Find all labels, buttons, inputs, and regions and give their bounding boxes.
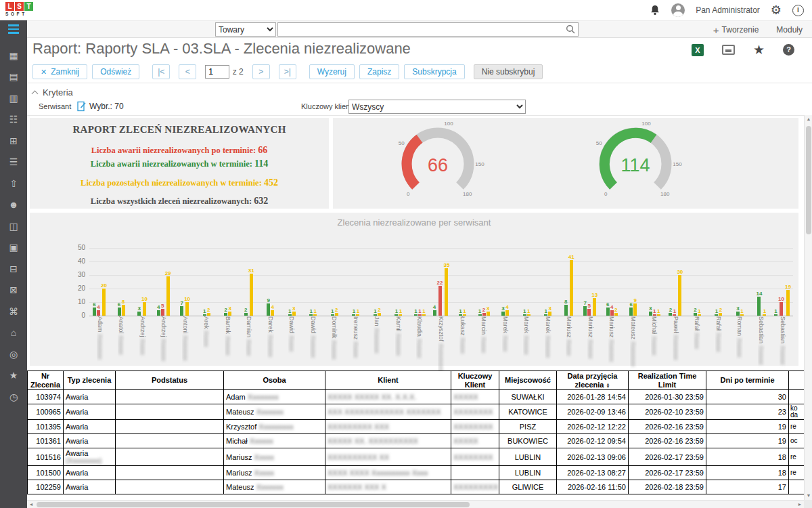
module-handover-icon[interactable]: ⊠ [0, 280, 27, 301]
table-row[interactable]: 103974AwariaAdam XxxxxxxxXXXXX XXXXX XX.… [28, 390, 805, 404]
redacted-text: Xxxxx [254, 453, 274, 461]
col-header-2[interactable]: Podstatus [116, 371, 224, 390]
col-header-3[interactable]: Osoba [224, 371, 325, 390]
redacted-text: Xxxxxx [118, 335, 125, 355]
top-bar: L S T SOFT Pan Administrator ⚙ i [0, 0, 812, 20]
table-row[interactable]: 101361AwariaMichał XxxxxxXXXXX XX. XXXXX… [28, 434, 805, 448]
table-row[interactable]: 101395AwariaKrzysztof XxxxxxxxxXXXXXXXXX… [28, 420, 805, 434]
horizontal-scroll-thumb[interactable] [37, 502, 470, 507]
module-contacts-icon[interactable]: ☻ [0, 194, 27, 216]
global-search-input[interactable] [277, 22, 579, 37]
module-dashboard-icon[interactable]: ▦ [0, 45, 27, 66]
kluczowy-klient-select[interactable]: Wszyscy [348, 100, 526, 114]
module-favorites-icon[interactable]: ★ [0, 365, 27, 387]
table-row[interactable]: 101516Awaria(Xxxxxxxxx)Mariusz XxxxxXXXX… [28, 448, 805, 466]
table-row[interactable]: 101500AwariaMariusz XxxxxXXXX XXXX Xxxxx… [28, 466, 805, 480]
bar-value-label: 2 [482, 307, 485, 313]
bar-value-label: 10 [141, 296, 148, 302]
scroll-right-icon[interactable]: ► [796, 501, 804, 508]
bar-value-label: 1 [374, 308, 376, 314]
logo-letter-s: S [15, 2, 24, 11]
bar [740, 314, 744, 316]
chart-bar-group: 11 [345, 248, 366, 316]
unsubscribe-button[interactable]: Nie subskrybuj [474, 64, 543, 79]
col-header-8[interactable]: Realization Time Limit [629, 371, 706, 390]
table-row[interactable]: 102259AwariaMateusz XxxxxxxXXXXXXX XXX X… [28, 480, 805, 494]
favorite-star-icon[interactable]: ★ [753, 43, 765, 56]
module-structure-icon[interactable]: ⌘ [0, 301, 27, 322]
scroll-up-icon[interactable]: ▲ [805, 115, 812, 123]
cell-osoba: Adam Xxxxxxxx [224, 390, 325, 404]
module-warehouse-icon[interactable]: ⊟ [0, 258, 27, 280]
module-tasks-icon[interactable]: ☷ [0, 109, 27, 131]
module-services-icon[interactable]: ◫ [0, 215, 27, 237]
col-header-1[interactable]: Typ zlecenia [64, 371, 116, 390]
search-category-select[interactable]: Towary [215, 22, 276, 37]
module-home-icon[interactable]: ⌂ [0, 322, 27, 344]
module-products-icon[interactable]: ▣ [0, 237, 27, 259]
col-header-4[interactable]: Klient [325, 371, 451, 390]
cell-klient: XXXXXXXXX XXX [325, 420, 451, 434]
cell-osoba: Mariusz Xxxxx [224, 448, 325, 466]
help-icon[interactable]: ? [783, 44, 794, 56]
create-button[interactable]: + Tworzenie [713, 24, 759, 36]
bar [422, 314, 426, 316]
reset-button[interactable]: Wyzeruj [309, 64, 355, 79]
vertical-scroll-thumb[interactable] [806, 126, 811, 234]
chart-category-label: Damian Xxxxx [246, 316, 252, 377]
user-avatar[interactable] [671, 3, 685, 17]
table-row[interactable]: 100965AwariaMateusz XxxxxxxXXX XXXXXXXXX… [28, 404, 805, 420]
svg-text:50: 50 [399, 140, 405, 146]
chart-bar-group: 12 [367, 248, 388, 316]
notification-bell-icon[interactable] [650, 5, 660, 16]
info-icon[interactable]: i [792, 5, 804, 16]
app-logo[interactable]: L S T SOFT [5, 2, 33, 16]
export-report-icon[interactable] [722, 45, 735, 55]
module-search-icon[interactable]: ◎ [0, 343, 27, 365]
svg-text:50: 50 [596, 140, 602, 146]
horizontal-scrollbar[interactable]: ◄ ► [27, 500, 804, 508]
cell-klient: XXXXXXXXXX XX [325, 448, 451, 466]
last-page-button[interactable]: >| [279, 64, 296, 79]
module-sales-icon[interactable]: ▤ [0, 66, 27, 88]
serwisant-selected-count[interactable]: Wybr.: 70 [89, 102, 124, 111]
serwisant-picker-icon[interactable] [77, 101, 86, 112]
col-header-9[interactable]: Dni po terminie [706, 371, 789, 390]
refresh-button[interactable]: Odśwież [92, 64, 139, 79]
vertical-scrollbar[interactable]: ▲ ▼ [804, 115, 812, 500]
save-button[interactable]: Zapisz [359, 64, 399, 79]
search-icon[interactable] [566, 24, 575, 37]
page-number-input[interactable] [205, 65, 229, 79]
next-page-button[interactable]: > [252, 64, 270, 79]
bar-value-label: 4 [505, 304, 508, 310]
chart-bar-group: 11019 [772, 248, 793, 316]
cell-data-przyjecia: 2026-02-13 09:06 [557, 448, 629, 466]
settings-gear-icon[interactable]: ⚙ [771, 4, 782, 16]
summary-line-value: 632 [254, 196, 268, 206]
bar-value-label: 9 [267, 297, 270, 303]
module-history-icon[interactable]: ◷ [0, 386, 27, 408]
bar-value-label: 14 [757, 291, 763, 297]
criteria-row: Serwisant Wybr.: 70 Kluczowy klient Wszy… [27, 100, 804, 114]
module-shipments-icon[interactable]: ⇧ [0, 173, 27, 194]
module-calendar-icon[interactable]: ⊞ [0, 130, 27, 152]
scroll-left-icon[interactable]: ◄ [27, 501, 35, 508]
first-page-button[interactable]: |< [152, 64, 170, 79]
col-header-5[interactable]: Kluczowy Klient [451, 371, 499, 390]
export-excel-icon[interactable]: X [692, 44, 704, 56]
cell-extra: ko da [789, 404, 805, 420]
col-header-0[interactable]: Nr Zlecenia [28, 371, 64, 390]
close-button[interactable]: ✕ Zamknij [32, 64, 87, 79]
criteria-collapse-header[interactable]: Kryteria [32, 87, 73, 98]
col-header-10[interactable] [789, 371, 805, 390]
col-header-6[interactable]: Miejscowość [499, 371, 557, 390]
prev-page-button[interactable]: < [179, 64, 196, 79]
col-header-7[interactable]: Data przyjęcia zlecenia▲▼ [557, 371, 629, 390]
modules-button[interactable]: Moduły [776, 25, 803, 35]
module-registers-icon[interactable]: ▥ [0, 87, 27, 109]
scroll-down-icon[interactable]: ▼ [805, 492, 812, 500]
module-documents-icon[interactable]: ☰ [0, 152, 27, 173]
menu-hamburger-icon[interactable] [0, 20, 27, 38]
sort-icon[interactable]: ▲▼ [606, 383, 610, 388]
subscribe-button[interactable]: Subskrypcja [404, 64, 464, 79]
